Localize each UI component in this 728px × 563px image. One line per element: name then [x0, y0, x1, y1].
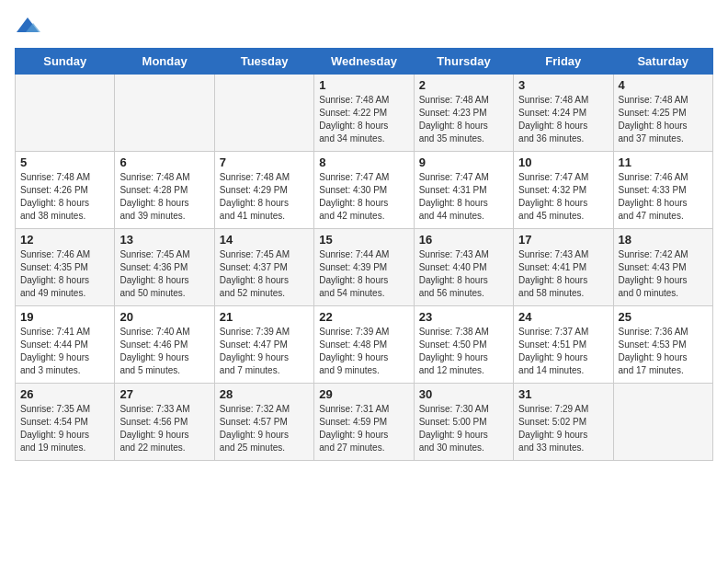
calendar-cell: 3Sunrise: 7:48 AM Sunset: 4:24 PM Daylig… — [514, 75, 613, 152]
day-number: 8 — [319, 155, 408, 169]
day-number: 4 — [619, 78, 708, 92]
calendar-cell: 29Sunrise: 7:31 AM Sunset: 4:59 PM Dayli… — [314, 384, 414, 461]
calendar-cell: 17Sunrise: 7:43 AM Sunset: 4:41 PM Dayli… — [514, 229, 613, 306]
cell-content: Sunrise: 7:46 AM Sunset: 4:33 PM Dayligh… — [619, 171, 708, 223]
cell-content: Sunrise: 7:40 AM Sunset: 4:46 PM Dayligh… — [119, 326, 209, 377]
calendar-cell: 6Sunrise: 7:48 AM Sunset: 4:28 PM Daylig… — [115, 152, 214, 229]
day-number: 20 — [119, 310, 209, 324]
calendar-cell: 15Sunrise: 7:44 AM Sunset: 4:39 PM Dayli… — [314, 229, 414, 306]
cell-content: Sunrise: 7:36 AM Sunset: 4:53 PM Dayligh… — [619, 326, 708, 377]
calendar-cell: 19Sunrise: 7:41 AM Sunset: 4:44 PM Dayli… — [16, 306, 115, 384]
day-number: 19 — [20, 310, 109, 324]
day-number: 29 — [319, 387, 408, 401]
cell-content: Sunrise: 7:48 AM Sunset: 4:22 PM Dayligh… — [319, 94, 408, 145]
calendar-cell: 21Sunrise: 7:39 AM Sunset: 4:47 PM Dayli… — [214, 306, 313, 384]
day-number: 1 — [319, 78, 408, 92]
logo — [15, 15, 42, 37]
calendar-cell: 10Sunrise: 7:47 AM Sunset: 4:32 PM Dayli… — [514, 152, 613, 229]
day-number: 3 — [518, 78, 608, 92]
cell-content: Sunrise: 7:43 AM Sunset: 4:41 PM Dayligh… — [518, 248, 608, 300]
logo-icon — [15, 16, 40, 36]
day-header-sunday: Sunday — [16, 49, 115, 75]
cell-content: Sunrise: 7:44 AM Sunset: 4:39 PM Dayligh… — [319, 248, 408, 300]
cell-content: Sunrise: 7:47 AM Sunset: 4:31 PM Dayligh… — [419, 171, 508, 223]
cell-content: Sunrise: 7:37 AM Sunset: 4:51 PM Dayligh… — [518, 326, 608, 377]
day-header-friday: Friday — [514, 49, 613, 75]
day-header-monday: Monday — [115, 49, 214, 75]
calendar-cell: 27Sunrise: 7:33 AM Sunset: 4:56 PM Dayli… — [115, 384, 214, 461]
calendar-cell: 4Sunrise: 7:48 AM Sunset: 4:25 PM Daylig… — [613, 75, 712, 152]
calendar-cell: 13Sunrise: 7:45 AM Sunset: 4:36 PM Dayli… — [115, 229, 214, 306]
day-number: 18 — [619, 233, 708, 247]
day-number: 13 — [119, 233, 209, 247]
day-number: 31 — [518, 387, 608, 401]
day-number: 28 — [220, 387, 309, 401]
week-row: 1Sunrise: 7:48 AM Sunset: 4:22 PM Daylig… — [16, 75, 713, 152]
calendar-cell: 11Sunrise: 7:46 AM Sunset: 4:33 PM Dayli… — [613, 152, 712, 229]
day-number: 5 — [20, 155, 109, 169]
week-row: 12Sunrise: 7:46 AM Sunset: 4:35 PM Dayli… — [16, 229, 713, 306]
day-header-tuesday: Tuesday — [214, 49, 313, 75]
cell-content: Sunrise: 7:48 AM Sunset: 4:24 PM Dayligh… — [518, 94, 608, 145]
cell-content: Sunrise: 7:48 AM Sunset: 4:26 PM Dayligh… — [20, 171, 109, 223]
week-row: 19Sunrise: 7:41 AM Sunset: 4:44 PM Dayli… — [16, 306, 713, 384]
cell-content: Sunrise: 7:31 AM Sunset: 4:59 PM Dayligh… — [319, 403, 408, 454]
calendar-cell: 25Sunrise: 7:36 AM Sunset: 4:53 PM Dayli… — [613, 306, 712, 384]
calendar-cell: 2Sunrise: 7:48 AM Sunset: 4:23 PM Daylig… — [414, 75, 513, 152]
cell-content: Sunrise: 7:41 AM Sunset: 4:44 PM Dayligh… — [20, 326, 109, 377]
cell-content: Sunrise: 7:47 AM Sunset: 4:32 PM Dayligh… — [518, 171, 608, 223]
calendar-cell: 14Sunrise: 7:45 AM Sunset: 4:37 PM Dayli… — [214, 229, 313, 306]
day-number: 24 — [518, 310, 608, 324]
cell-content: Sunrise: 7:43 AM Sunset: 4:40 PM Dayligh… — [419, 248, 508, 300]
day-number: 12 — [20, 233, 109, 247]
day-header-thursday: Thursday — [414, 49, 513, 75]
calendar-cell — [214, 75, 313, 152]
cell-content: Sunrise: 7:48 AM Sunset: 4:29 PM Dayligh… — [220, 171, 309, 223]
page-header — [15, 15, 713, 37]
calendar-table: SundayMondayTuesdayWednesdayThursdayFrid… — [15, 48, 713, 461]
calendar-cell: 23Sunrise: 7:38 AM Sunset: 4:50 PM Dayli… — [414, 306, 513, 384]
cell-content: Sunrise: 7:47 AM Sunset: 4:30 PM Dayligh… — [319, 171, 408, 223]
day-number: 11 — [619, 155, 708, 169]
calendar-cell: 12Sunrise: 7:46 AM Sunset: 4:35 PM Dayli… — [16, 229, 115, 306]
day-number: 23 — [419, 310, 508, 324]
cell-content: Sunrise: 7:35 AM Sunset: 4:54 PM Dayligh… — [20, 403, 109, 454]
day-number: 6 — [119, 155, 209, 169]
cell-content: Sunrise: 7:39 AM Sunset: 4:47 PM Dayligh… — [220, 326, 309, 377]
day-number: 30 — [419, 387, 508, 401]
day-header-saturday: Saturday — [613, 49, 712, 75]
cell-content: Sunrise: 7:48 AM Sunset: 4:28 PM Dayligh… — [119, 171, 209, 223]
calendar-cell: 28Sunrise: 7:32 AM Sunset: 4:57 PM Dayli… — [214, 384, 313, 461]
day-number: 14 — [220, 233, 309, 247]
cell-content: Sunrise: 7:29 AM Sunset: 5:02 PM Dayligh… — [518, 403, 608, 454]
calendar-header-row: SundayMondayTuesdayWednesdayThursdayFrid… — [16, 49, 713, 75]
cell-content: Sunrise: 7:32 AM Sunset: 4:57 PM Dayligh… — [220, 403, 309, 454]
calendar-cell: 1Sunrise: 7:48 AM Sunset: 4:22 PM Daylig… — [314, 75, 414, 152]
calendar-cell — [16, 75, 115, 152]
cell-content: Sunrise: 7:39 AM Sunset: 4:48 PM Dayligh… — [319, 326, 408, 377]
cell-content: Sunrise: 7:48 AM Sunset: 4:25 PM Dayligh… — [619, 94, 708, 145]
cell-content: Sunrise: 7:48 AM Sunset: 4:23 PM Dayligh… — [419, 94, 508, 145]
day-number: 10 — [518, 155, 608, 169]
day-number: 15 — [319, 233, 408, 247]
calendar-cell: 22Sunrise: 7:39 AM Sunset: 4:48 PM Dayli… — [314, 306, 414, 384]
calendar-cell: 26Sunrise: 7:35 AM Sunset: 4:54 PM Dayli… — [16, 384, 115, 461]
calendar-cell: 16Sunrise: 7:43 AM Sunset: 4:40 PM Dayli… — [414, 229, 513, 306]
day-number: 22 — [319, 310, 408, 324]
day-number: 21 — [220, 310, 309, 324]
day-number: 7 — [220, 155, 309, 169]
calendar-cell: 5Sunrise: 7:48 AM Sunset: 4:26 PM Daylig… — [16, 152, 115, 229]
day-header-wednesday: Wednesday — [314, 49, 414, 75]
cell-content: Sunrise: 7:30 AM Sunset: 5:00 PM Dayligh… — [419, 403, 508, 454]
week-row: 26Sunrise: 7:35 AM Sunset: 4:54 PM Dayli… — [16, 384, 713, 461]
week-row: 5Sunrise: 7:48 AM Sunset: 4:26 PM Daylig… — [16, 152, 713, 229]
day-number: 26 — [20, 387, 109, 401]
cell-content: Sunrise: 7:42 AM Sunset: 4:43 PM Dayligh… — [619, 248, 708, 300]
calendar-cell: 20Sunrise: 7:40 AM Sunset: 4:46 PM Dayli… — [115, 306, 214, 384]
calendar-cell: 7Sunrise: 7:48 AM Sunset: 4:29 PM Daylig… — [214, 152, 313, 229]
calendar-cell: 9Sunrise: 7:47 AM Sunset: 4:31 PM Daylig… — [414, 152, 513, 229]
calendar-cell: 18Sunrise: 7:42 AM Sunset: 4:43 PM Dayli… — [613, 229, 712, 306]
day-number: 9 — [419, 155, 508, 169]
cell-content: Sunrise: 7:46 AM Sunset: 4:35 PM Dayligh… — [20, 248, 109, 300]
calendar-cell — [115, 75, 214, 152]
